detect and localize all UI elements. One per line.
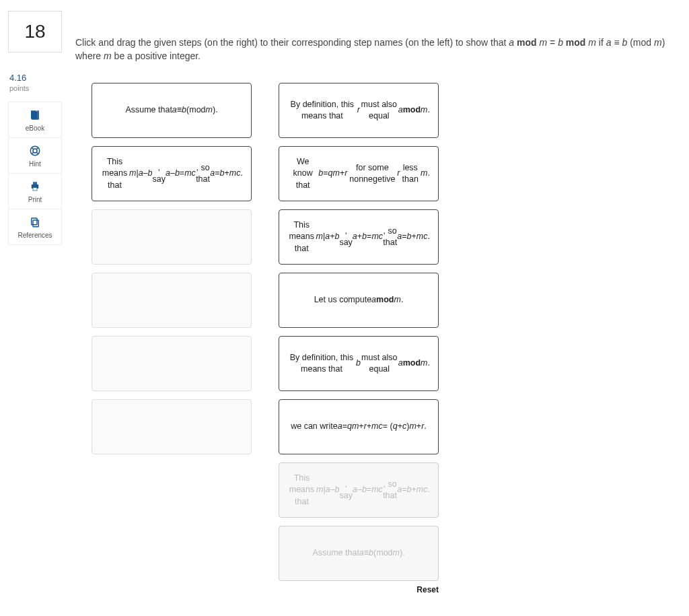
svg-line-3 [36,147,38,149]
svg-rect-7 [33,182,37,184]
draggable-step-5[interactable]: By definition, this means that b must al… [279,336,439,391]
ebook-button[interactable]: eBook [8,102,62,138]
drop-target-column: Assume that a ≡ b (mod m).This means tha… [92,83,252,594]
draggable-step-6[interactable]: we can write a = qm + r + mc = (q + c)m … [279,399,439,454]
references-button[interactable]: References [8,209,62,245]
points-value: 4.16 [8,73,62,84]
question-instructions: Click and drag the given steps (on the r… [75,11,681,83]
svg-line-2 [32,147,34,149]
drop-slot-2[interactable]: This means that m | a – b, say a – b = m… [92,146,252,201]
svg-rect-10 [32,218,37,225]
book-icon [29,109,41,121]
references-label: References [17,232,52,239]
draggable-step-3[interactable]: This means that m | a + b, say a + b = m… [279,209,439,265]
draggable-step-4[interactable]: Let us compute a mod m. [279,273,439,328]
points-label: points [8,84,62,102]
printer-icon [29,180,41,193]
svg-point-1 [33,149,37,153]
copy-icon [29,216,41,228]
print-label: Print [28,196,42,203]
hint-label: Hint [29,160,41,168]
hint-button[interactable]: Hint [8,138,62,174]
ebook-label: eBook [26,125,44,132]
draggable-step-8: Assume that a ≡ b (mod m). [279,526,439,581]
print-button[interactable]: Print [8,174,62,209]
drop-slot-5[interactable] [92,336,252,391]
draggable-steps-column: By definition, this means that r must al… [279,83,439,594]
svg-line-4 [32,152,34,154]
draggable-step-1[interactable]: By definition, this means that r must al… [279,83,439,138]
drop-slot-6[interactable] [92,399,252,454]
life-ring-icon [29,145,41,157]
drop-slot-4[interactable] [92,273,252,328]
draggable-step-7: This means that m | a – b, say a – b = m… [279,463,439,518]
svg-line-5 [36,152,38,154]
drop-slot-1[interactable]: Assume that a ≡ b (mod m). [92,83,252,138]
svg-rect-9 [33,220,38,227]
question-number-box: 18 [8,11,62,53]
svg-rect-8 [33,188,37,191]
reset-button[interactable]: Reset [416,585,439,594]
drop-slot-3[interactable] [92,209,252,265]
draggable-step-2[interactable]: We know that b = qm + r for some nonnege… [279,146,439,201]
